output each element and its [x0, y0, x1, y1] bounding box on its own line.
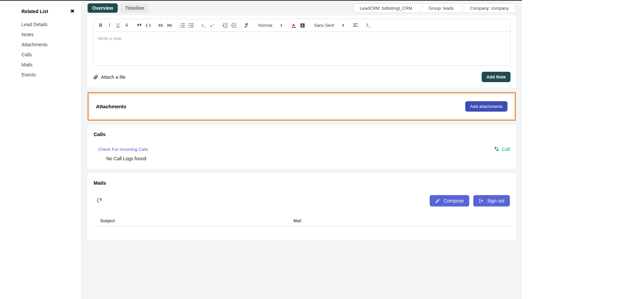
font-family-picker[interactable]: Sans Serif [311, 21, 347, 29]
bold-icon[interactable]: B [97, 21, 105, 29]
codeblock-icon[interactable] [144, 21, 152, 29]
sidebar-item-lead-details[interactable]: Lead Details [0, 19, 81, 29]
add-note-button[interactable]: Add Note [482, 72, 511, 82]
sign-out-button[interactable]: Sign out [473, 195, 510, 206]
svg-text:x: x [369, 25, 370, 28]
chevron-updown-icon [280, 24, 282, 27]
calls-card: Calls Check For Incoming Calls Call No C… [88, 125, 516, 169]
subscript-icon[interactable]: x2 [200, 21, 208, 29]
svg-point-4 [189, 25, 190, 26]
main-content: B I U S H1 H2 123 [82, 15, 522, 299]
editor-toolbar: B I U S H1 H2 123 [93, 19, 510, 32]
calls-title: Calls [94, 131, 106, 137]
underline-icon[interactable]: U [114, 21, 122, 29]
attachment-icon [93, 74, 98, 80]
mail-column-mail: Mail [293, 219, 510, 223]
italic-icon[interactable]: I [105, 21, 113, 29]
no-call-logs-text: No Call Logs found [106, 156, 510, 161]
sidebar-item-events[interactable]: Events [0, 70, 81, 80]
text-direction-icon[interactable] [243, 21, 251, 29]
compose-label: Compose [444, 198, 464, 203]
tab-timeline[interactable]: Timeline [120, 3, 149, 13]
highlight-color-icon[interactable]: A [299, 21, 307, 29]
ordered-list-icon[interactable]: 123 [178, 21, 186, 29]
view-tabs: Overview Timeline [88, 3, 149, 13]
mails-title: Mails [94, 180, 106, 186]
heading2-icon[interactable]: H2 [166, 21, 174, 29]
collapse-sidebar-icon[interactable] [70, 9, 76, 14]
heading1-icon[interactable]: H1 [157, 21, 165, 29]
sidebar-item-notes[interactable]: Notes [0, 29, 81, 40]
tab-overview[interactable]: Overview [88, 3, 118, 13]
attach-file-button[interactable]: Attach a file [93, 74, 125, 80]
add-attachments-button[interactable]: Add attachments [465, 101, 507, 112]
attachments-highlight: Attachments Add attachments [88, 92, 516, 121]
align-icon[interactable] [352, 21, 360, 29]
breadcrumb-crm[interactable]: LeadCRM: bdbldmgt_CRM [354, 3, 419, 13]
breadcrumb: LeadCRM: bdbldmgt_CRM Group: leads Compa… [354, 3, 516, 13]
svg-point-3 [189, 23, 190, 24]
svg-text:x: x [210, 24, 212, 28]
pencil-icon [435, 198, 440, 203]
superscript-icon[interactable]: x2 [209, 21, 217, 29]
sign-out-label: Sign out [487, 198, 504, 203]
chevron-updown-icon [342, 24, 344, 27]
note-placeholder: Write a note [98, 36, 121, 41]
svg-text:A: A [292, 23, 295, 27]
sidebar-item-mails[interactable]: Mails [0, 60, 81, 70]
mail-column-subject: Subject [94, 219, 293, 223]
svg-text:x: x [202, 23, 204, 27]
svg-text:2: 2 [213, 23, 214, 25]
blockquote-icon[interactable] [136, 21, 144, 29]
sign-out-icon [479, 198, 484, 203]
topbar: Overview Timeline LeadCRM: bdbldmgt_CRM … [82, 1, 522, 15]
svg-text:2: 2 [204, 26, 206, 28]
sidebar: Related List Lead Details Notes Attachme… [0, 1, 82, 299]
indent-decrease-icon[interactable] [221, 21, 229, 29]
sidebar-item-calls[interactable]: Calls [0, 50, 81, 60]
phone-plus-icon [494, 146, 499, 152]
mail-table: Subject Mail [94, 219, 510, 226]
breadcrumb-company[interactable]: Company: company [460, 3, 516, 13]
text-color-icon[interactable]: A [290, 21, 298, 29]
indent-increase-icon[interactable] [230, 21, 238, 29]
strike-icon[interactable]: S [123, 21, 131, 29]
refresh-icon[interactable] [96, 197, 103, 204]
attachments-title: Attachments [96, 104, 126, 109]
sidebar-item-attachments[interactable]: Attachments [0, 40, 81, 50]
call-button[interactable]: Call [494, 146, 510, 152]
font-family-label: Sans Serif [314, 23, 334, 28]
check-incoming-calls-link[interactable]: Check For Incoming Calls [98, 147, 148, 152]
attach-file-label: Attach a file [101, 74, 125, 80]
svg-point-5 [189, 26, 190, 27]
mails-card: Mails Compose Si [88, 173, 516, 240]
attachments-card: Attachments Add attachments [90, 95, 514, 118]
heading-picker[interactable]: Normal [256, 21, 285, 29]
sidebar-title: Related List [21, 9, 48, 14]
svg-text:A: A [301, 24, 304, 27]
note-textarea[interactable]: Write a note [93, 32, 510, 65]
call-button-label: Call [502, 146, 510, 152]
svg-text:3: 3 [180, 26, 181, 28]
svg-rect-11 [292, 27, 296, 28]
notes-card: B I U S H1 H2 123 [88, 15, 516, 87]
bullet-list-icon[interactable] [187, 21, 195, 29]
heading-picker-label: Normal [258, 23, 272, 28]
breadcrumb-group[interactable]: Group: leads [419, 3, 460, 13]
clear-format-icon[interactable]: Tx [364, 21, 372, 29]
compose-button[interactable]: Compose [430, 195, 469, 206]
